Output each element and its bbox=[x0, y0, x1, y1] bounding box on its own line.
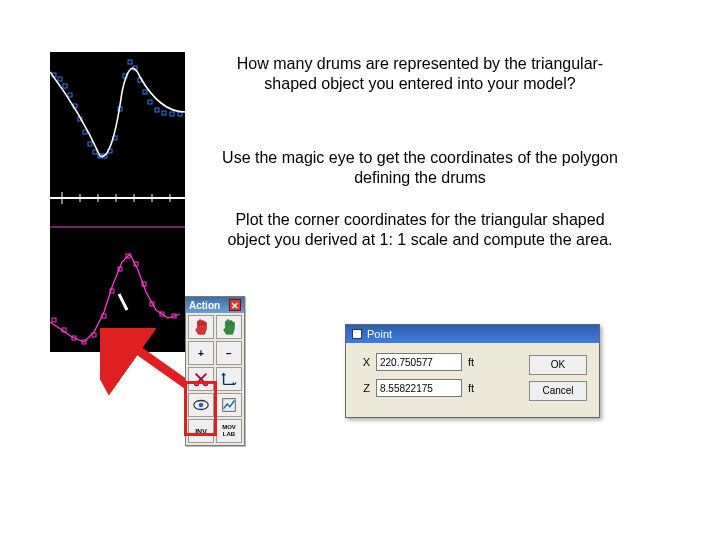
svg-point-52 bbox=[199, 403, 204, 408]
svg-rect-2 bbox=[63, 84, 67, 88]
z-label: Z bbox=[356, 382, 370, 394]
svg-rect-3 bbox=[68, 93, 72, 97]
svg-rect-1 bbox=[58, 77, 62, 81]
svg-rect-8 bbox=[93, 150, 97, 154]
close-icon[interactable]: ✕ bbox=[229, 299, 241, 311]
svg-rect-15 bbox=[128, 60, 132, 64]
magic-eye-tool[interactable] bbox=[188, 393, 214, 417]
svg-rect-7 bbox=[88, 142, 92, 146]
chart-tool[interactable] bbox=[216, 393, 242, 417]
point-dialog: Point X ft Z ft OK Cancel bbox=[345, 324, 600, 418]
scissors-tool[interactable] bbox=[188, 367, 214, 391]
svg-rect-6 bbox=[83, 130, 87, 134]
svg-rect-33 bbox=[52, 318, 56, 322]
x-unit: ft bbox=[468, 356, 486, 368]
svg-line-47 bbox=[119, 294, 127, 310]
x-label: X bbox=[356, 356, 370, 368]
cancel-button[interactable]: Cancel bbox=[529, 381, 587, 401]
movlab-tool[interactable]: MOV LAB bbox=[216, 419, 242, 443]
question-1: How many drums are represented by the tr… bbox=[220, 54, 620, 94]
svg-rect-18 bbox=[143, 90, 147, 94]
svg-rect-21 bbox=[162, 111, 166, 115]
point-dialog-icon bbox=[352, 329, 362, 339]
profile-plots bbox=[50, 52, 185, 352]
action-palette-title: Action bbox=[189, 300, 220, 311]
x-input[interactable] bbox=[376, 353, 462, 371]
z-unit: ft bbox=[468, 382, 486, 394]
minus-tool[interactable]: − bbox=[216, 341, 242, 365]
ok-button[interactable]: OK bbox=[529, 355, 587, 375]
action-palette: Action ✕ + − INV MOV LAB bbox=[185, 296, 245, 446]
hand-red-tool[interactable] bbox=[188, 315, 214, 339]
point-dialog-titlebar[interactable]: Point bbox=[346, 325, 599, 343]
hand-green-tool[interactable] bbox=[216, 315, 242, 339]
z-input[interactable] bbox=[376, 379, 462, 397]
svg-rect-19 bbox=[148, 100, 152, 104]
action-palette-titlebar[interactable]: Action ✕ bbox=[186, 297, 244, 313]
axes-tool[interactable] bbox=[216, 367, 242, 391]
inv-tool[interactable]: INV bbox=[188, 419, 214, 443]
question-3: Plot the corner coordinates for the tria… bbox=[220, 210, 620, 250]
svg-rect-20 bbox=[155, 108, 159, 112]
svg-rect-22 bbox=[170, 112, 174, 116]
point-dialog-title: Point bbox=[367, 328, 392, 340]
plus-tool[interactable]: + bbox=[188, 341, 214, 365]
question-2: Use the magic eye to get the coordinates… bbox=[220, 148, 620, 188]
